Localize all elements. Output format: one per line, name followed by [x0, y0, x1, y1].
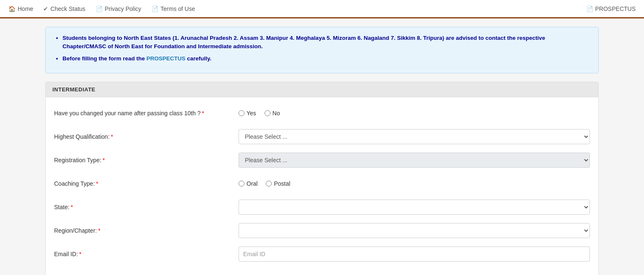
coaching-type-control: Oral Postal	[239, 180, 590, 187]
region-chapter-label: Region/Chapter:*	[54, 227, 239, 234]
check-status-icon: ✔	[43, 5, 48, 12]
nav-privacy-policy[interactable]: 📄 Privacy Policy	[96, 5, 141, 12]
info-line2-prefix: Before filling the form read the	[62, 55, 146, 62]
coaching-type-radio-group: Oral Postal	[239, 180, 590, 187]
highest-qual-label: Highest Qualification:*	[54, 133, 239, 140]
name-changed-label: Have you changed your name after passing…	[54, 110, 239, 117]
main-content: Students belonging to North East States …	[29, 18, 615, 275]
registration-type-select[interactable]: Please Select ...	[239, 153, 590, 168]
nav-privacy-policy-label: Privacy Policy	[105, 5, 141, 12]
nav-home[interactable]: 🏠 Home	[8, 5, 33, 12]
nav-left: 🏠 Home ✔ Check Status 📄 Privacy Policy 📄…	[8, 5, 195, 12]
name-changed-required: *	[202, 110, 204, 117]
state-row: State:*	[54, 200, 590, 215]
prospectus-link[interactable]: PROSPECTUS	[146, 55, 185, 62]
radio-yes-label[interactable]: Yes	[239, 110, 256, 117]
form-body: Have you changed your name after passing…	[46, 97, 598, 275]
info-line2: Before filling the form read the PROSPEC…	[62, 54, 590, 63]
terms-icon: 📄	[151, 5, 158, 12]
email-required: *	[79, 251, 81, 257]
prospectus-icon: 📄	[586, 5, 593, 12]
coaching-type-required: *	[96, 180, 98, 187]
region-chapter-required: *	[98, 227, 100, 234]
registration-type-required: *	[103, 157, 105, 163]
email-input[interactable]	[239, 246, 590, 262]
state-label: State:*	[54, 204, 239, 210]
radio-no[interactable]	[265, 110, 270, 116]
email-row: Email ID:*	[54, 246, 590, 262]
info-line2-suffix: carefully.	[185, 55, 211, 62]
radio-oral[interactable]	[239, 181, 244, 187]
info-box: Students belonging to North East States …	[45, 27, 599, 73]
highest-qual-row: Highest Qualification:* Please Select ..…	[54, 129, 590, 144]
email-label: Email ID:*	[54, 251, 239, 257]
nav-prospectus[interactable]: 📄 PROSPECTUS	[586, 5, 636, 12]
radio-no-label[interactable]: No	[265, 110, 280, 117]
registration-type-control: Please Select ...	[239, 153, 590, 168]
nav-check-status-label: Check Status	[50, 5, 85, 12]
nav-terms-label: Terms of Use	[161, 5, 195, 12]
form-section-header: INTERMEDIATE	[46, 82, 598, 97]
highest-qual-select[interactable]: Please Select ...	[239, 129, 590, 144]
section-title: INTERMEDIATE	[52, 86, 96, 93]
intermediate-form-section: INTERMEDIATE Have you changed your name …	[45, 82, 599, 275]
nav-check-status[interactable]: ✔ Check Status	[43, 5, 85, 12]
radio-postal-text: Postal	[274, 180, 290, 187]
home-icon: 🏠	[8, 5, 16, 12]
radio-oral-label[interactable]: Oral	[239, 180, 257, 187]
coaching-type-label: Coaching Type:*	[54, 180, 239, 187]
nav-terms-of-use[interactable]: 📄 Terms of Use	[151, 5, 195, 12]
radio-postal-label[interactable]: Postal	[266, 180, 290, 187]
radio-yes-text: Yes	[247, 110, 256, 117]
name-changed-control: Yes No	[239, 110, 590, 117]
state-required: *	[71, 204, 73, 210]
region-chapter-select[interactable]	[239, 223, 590, 238]
radio-oral-text: Oral	[247, 180, 257, 187]
nav-prospectus-label: PROSPECTUS	[595, 5, 636, 12]
radio-postal[interactable]	[266, 181, 272, 187]
name-changed-radio-group: Yes No	[239, 110, 590, 117]
radio-yes[interactable]	[239, 110, 244, 116]
privacy-policy-icon: 📄	[96, 5, 103, 12]
name-changed-row: Have you changed your name after passing…	[54, 106, 590, 121]
radio-no-text: No	[273, 110, 280, 117]
info-line1: Students belonging to North East States …	[62, 34, 590, 51]
navbar: 🏠 Home ✔ Check Status 📄 Privacy Policy 📄…	[0, 0, 644, 18]
state-control	[239, 200, 590, 215]
email-control	[239, 246, 590, 262]
region-chapter-row: Region/Chapter:*	[54, 223, 590, 238]
coaching-type-row: Coaching Type:* Oral Postal	[54, 176, 590, 191]
state-select[interactable]	[239, 200, 590, 215]
highest-qual-required: *	[111, 133, 113, 140]
registration-type-label: Registration Type:*	[54, 157, 239, 163]
nav-home-label: Home	[18, 5, 33, 12]
highest-qual-control: Please Select ...	[239, 129, 590, 144]
region-chapter-control	[239, 223, 590, 238]
registration-type-row: Registration Type:* Please Select ...	[54, 153, 590, 168]
